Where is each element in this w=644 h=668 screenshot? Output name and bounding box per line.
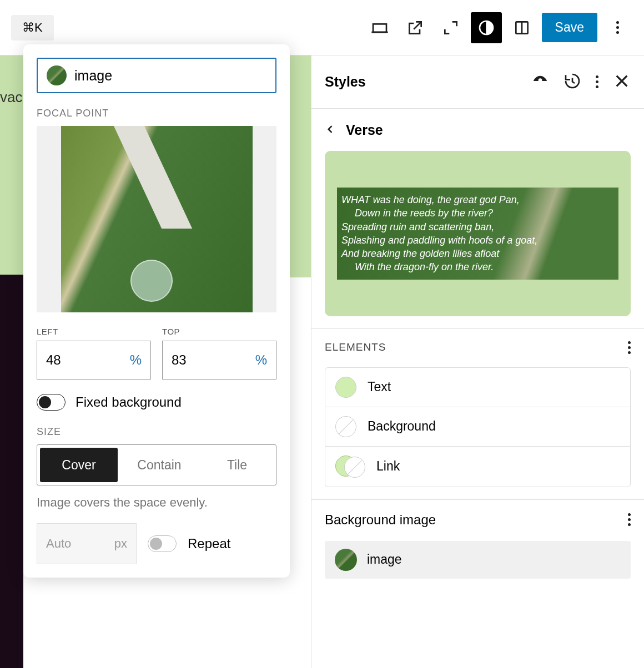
size-option-contain[interactable]: Contain [120,445,198,485]
focal-point-handle[interactable] [130,260,173,302]
toolbar-right: Save [364,12,633,43]
back-button[interactable] [325,121,336,139]
focal-top-unit[interactable]: % [255,352,267,368]
canvas-dark-strip [0,275,23,668]
revisions-icon[interactable] [564,72,581,92]
element-text-label: Text [368,379,391,394]
block-name: Verse [346,122,383,138]
size-auto-label: Auto [46,537,71,551]
bg-image-more-button[interactable] [628,513,631,526]
focal-point-label: FOCAL POINT [37,108,276,119]
command-k-button[interactable]: ⌘K [11,15,54,41]
close-sidebar-button[interactable] [613,72,631,92]
elements-heading: ELEMENTS [325,341,386,353]
element-text[interactable]: Text [325,368,630,407]
verse-text: WHAT was he doing, the great god Pan, Do… [337,188,618,280]
verse-preview: WHAT was he doing, the great god Pan, Do… [325,151,631,316]
top-label: TOP [162,327,276,336]
bg-image-row[interactable]: image [325,541,631,579]
elements-section: ELEMENTS Text Background Link [311,329,644,500]
fixed-background-row: Fixed background [37,394,276,411]
fixed-background-label: Fixed background [76,394,182,410]
save-button[interactable]: Save [542,13,597,42]
text-swatch [335,377,356,398]
background-image-popover: image FOCAL POINT LEFT 48 % TOP 83 % Fix… [23,44,290,578]
focal-left-input[interactable]: 48 % [37,341,151,379]
image-name-field[interactable]: image [37,58,276,93]
sidebar-more-button[interactable] [596,75,598,88]
focal-top-input[interactable]: 83 % [162,341,276,379]
focal-point-picker[interactable] [37,126,276,312]
elements-more-button[interactable] [628,341,631,354]
left-label: LEFT [37,327,151,336]
sidebar-title: Styles [325,74,366,90]
fixed-background-toggle[interactable] [37,394,66,411]
focal-left-unit[interactable]: % [130,352,142,368]
external-link-icon[interactable] [400,12,431,43]
element-background[interactable]: Background [325,407,630,447]
repeat-toggle[interactable] [148,535,177,552]
svg-rect-0 [373,24,386,32]
size-option-tile[interactable]: Tile [198,445,276,485]
styles-icon[interactable] [471,12,502,43]
size-bottom-row: Auto px Repeat [37,523,276,564]
element-link[interactable]: Link [325,447,630,487]
bg-image-thumbnail [335,549,357,571]
elements-list: Text Background Link [325,367,631,487]
background-swatch [335,416,356,437]
element-background-label: Background [368,419,436,434]
repeat-label: Repeat [188,536,230,551]
styles-sidebar: Styles Verse WHAT was he doing, [311,55,644,668]
background-image-section: Background image image [311,500,644,591]
size-option-cover[interactable]: Cover [40,448,118,482]
size-value-input[interactable]: Auto px [37,523,137,564]
canvas-partial-text: vac [0,89,22,106]
bg-image-heading: Background image [325,512,436,528]
image-name-text: image [74,68,112,84]
focal-top-value: 83 [172,352,187,368]
sidebar-header: Styles [311,55,644,109]
element-link-label: Link [376,459,400,474]
image-thumbnail [47,65,67,85]
svg-point-4 [539,78,542,82]
block-preview-section: Verse WHAT was he doing, the great god P… [311,109,644,329]
sidebar-toggle-icon[interactable] [506,12,537,43]
block-nav-row: Verse [325,121,631,139]
toolbar-left: ⌘K [11,15,54,41]
size-label: SIZE [37,426,276,438]
size-toggle-group: Cover Contain Tile [37,444,276,485]
size-auto-unit: px [114,537,127,551]
more-menu-button[interactable] [602,12,633,43]
focal-inputs: LEFT 48 % TOP 83 % [37,327,276,379]
focal-left-value: 48 [46,352,61,368]
link-swatch [335,456,365,478]
bg-image-name: image [367,552,402,567]
expand-icon[interactable] [435,12,466,43]
style-book-icon[interactable] [531,72,549,92]
device-desktop-icon[interactable] [364,12,395,43]
size-help-text: Image covers the space evenly. [37,495,276,510]
